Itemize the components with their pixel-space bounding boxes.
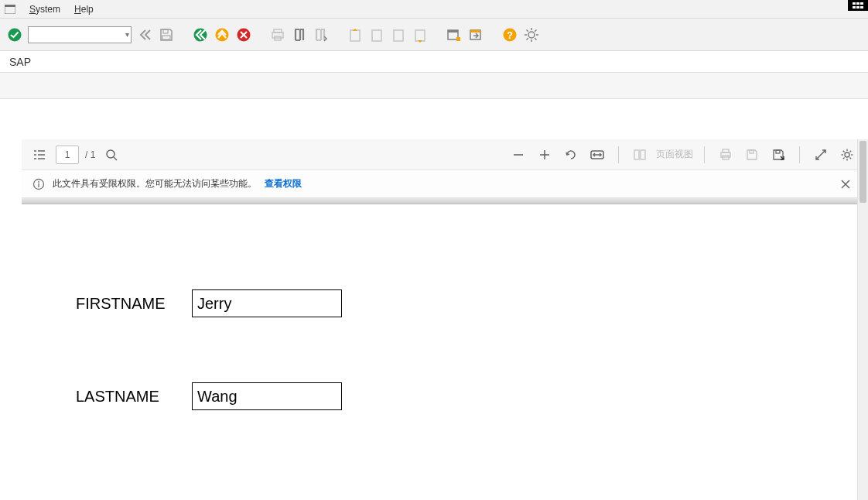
svg-rect-2 (860, 2, 863, 5)
zoom-in-icon[interactable] (535, 145, 555, 165)
svg-line-63 (843, 157, 845, 159)
find-next-icon[interactable] (313, 26, 330, 43)
svg-line-35 (535, 29, 536, 31)
svg-rect-7 (5, 5, 15, 7)
svg-rect-18 (372, 30, 381, 41)
menu-bar: System Help (0, 0, 868, 19)
svg-rect-67 (38, 183, 39, 187)
pdf-viewer: 1 / 1 页面视图 (22, 139, 865, 500)
svg-rect-49 (634, 150, 639, 159)
page-total: / 1 (85, 149, 95, 160)
application-toolbar (0, 73, 868, 99)
svg-rect-20 (415, 30, 425, 41)
svg-line-62 (850, 157, 852, 159)
info-icon (32, 178, 45, 190)
svg-rect-5 (860, 6, 863, 9)
toolbar-divider (704, 146, 705, 163)
svg-point-42 (107, 150, 114, 158)
svg-point-56 (845, 152, 849, 157)
svg-point-27 (528, 32, 535, 38)
svg-rect-0 (853, 2, 856, 5)
app-title-text: SAP (9, 56, 31, 68)
toolbar-divider (618, 146, 619, 163)
menu-item-help[interactable]: Help (74, 4, 94, 15)
scrollbar-thumb[interactable] (859, 141, 866, 203)
page-view-icon (630, 145, 650, 165)
rotate-icon[interactable] (561, 145, 581, 165)
settings-icon[interactable] (837, 145, 857, 165)
firstname-row: FIRSTNAME Jerry (76, 289, 818, 317)
find-icon[interactable] (291, 26, 308, 43)
pdf-page: FIRSTNAME Jerry LASTNAME Wang (22, 204, 865, 500)
lastname-value: Wang (192, 382, 342, 410)
app-title: SAP (0, 51, 868, 73)
cancel-icon[interactable] (235, 26, 252, 43)
command-dropdown-icon[interactable]: ▾ (125, 30, 129, 39)
pdf-toolbar: 1 / 1 页面视图 (22, 139, 865, 170)
save-icon[interactable] (158, 26, 175, 43)
export-icon[interactable] (768, 145, 788, 165)
svg-line-61 (843, 150, 845, 152)
svg-line-34 (527, 38, 528, 39)
fit-width-icon[interactable] (587, 145, 607, 165)
first-page-icon[interactable] (347, 26, 364, 43)
close-message-icon[interactable] (837, 176, 854, 193)
vertical-scrollbar[interactable] (857, 139, 868, 500)
svg-rect-17 (350, 30, 360, 41)
help-icon[interactable]: ? (501, 26, 518, 43)
svg-line-64 (850, 150, 852, 152)
permission-text: 此文件具有受限权限。您可能无法访问某些功能。 (53, 177, 257, 190)
page-view-label[interactable]: 页面视图 (656, 148, 693, 161)
lastname-label: LASTNAME (76, 388, 192, 406)
command-input[interactable]: ▾ (28, 26, 132, 43)
window-corner-widget[interactable] (848, 0, 868, 11)
svg-rect-50 (641, 150, 645, 159)
svg-rect-54 (750, 150, 754, 153)
fullscreen-icon[interactable] (811, 145, 831, 165)
svg-line-32 (527, 29, 528, 31)
firstname-label: FIRSTNAME (76, 295, 192, 313)
permission-message-bar: 此文件具有受限权限。您可能无法访问某些功能。 查看权限 (22, 170, 865, 198)
svg-rect-1 (856, 2, 859, 5)
sap-toolbar: ▾ ? (0, 19, 868, 51)
menu-item-system[interactable]: System (29, 4, 60, 15)
svg-line-43 (114, 157, 117, 160)
menu-window-icon[interactable] (5, 4, 15, 15)
lastname-row: LASTNAME Wang (76, 382, 818, 410)
exit-icon[interactable] (192, 26, 209, 43)
svg-rect-19 (394, 30, 403, 41)
svg-rect-24 (470, 30, 480, 33)
svg-point-66 (38, 181, 39, 183)
up-level-icon[interactable] (214, 26, 231, 43)
last-page-icon[interactable] (412, 26, 429, 43)
command-input-field[interactable] (30, 29, 124, 41)
svg-rect-3 (853, 6, 856, 9)
print-icon[interactable] (269, 26, 286, 43)
toolbar-divider (799, 146, 800, 163)
shortcut-icon[interactable] (467, 26, 484, 43)
svg-line-33 (535, 38, 536, 39)
view-permissions-link[interactable]: 查看权限 (265, 177, 302, 190)
back-icon[interactable] (136, 26, 153, 43)
document-divider (22, 198, 865, 204)
svg-rect-4 (856, 6, 859, 9)
new-session-icon[interactable] (446, 26, 463, 43)
svg-rect-10 (162, 36, 170, 39)
pdf-save-icon (742, 145, 762, 165)
next-page-icon[interactable] (390, 26, 407, 43)
pdf-print-icon (716, 145, 736, 165)
svg-rect-55 (776, 150, 780, 153)
prev-page-icon[interactable] (368, 26, 385, 43)
svg-text:?: ? (507, 29, 513, 40)
sidebar-toggle-icon[interactable] (29, 145, 50, 165)
page-number-input[interactable]: 1 (56, 146, 79, 164)
firstname-value: Jerry (192, 289, 342, 317)
zoom-out-icon[interactable] (508, 145, 528, 165)
svg-rect-22 (448, 30, 458, 33)
enter-button[interactable] (6, 26, 23, 43)
search-icon[interactable] (101, 145, 121, 165)
svg-rect-15 (272, 33, 283, 38)
customize-icon[interactable] (523, 26, 540, 43)
